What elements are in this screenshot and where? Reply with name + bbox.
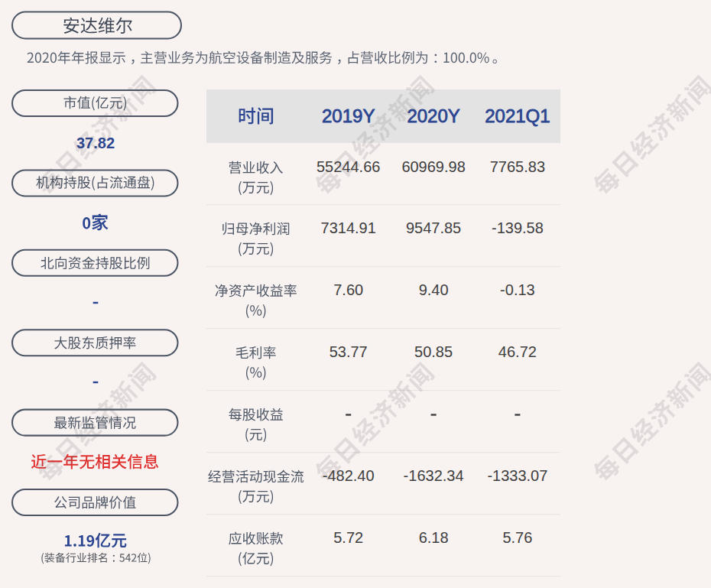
svg-text:46.72: 46.72 bbox=[498, 343, 537, 360]
svg-text:50.85: 50.85 bbox=[414, 343, 453, 360]
svg-text:60969.98: 60969.98 bbox=[401, 158, 465, 175]
svg-text:53.77: 53.77 bbox=[330, 343, 368, 360]
svg-text:-139.58: -139.58 bbox=[492, 219, 544, 236]
svg-text:-1333.07: -1333.07 bbox=[487, 467, 547, 484]
svg-text:2021Q1: 2021Q1 bbox=[485, 106, 550, 126]
svg-text:-0.13: -0.13 bbox=[500, 281, 535, 298]
svg-text:2019Y: 2019Y bbox=[322, 106, 375, 126]
svg-text:-1632.34: -1632.34 bbox=[404, 467, 464, 484]
svg-text:5.76: 5.76 bbox=[502, 529, 532, 546]
svg-text:9.40: 9.40 bbox=[419, 281, 449, 298]
svg-text:7.60: 7.60 bbox=[333, 281, 363, 298]
svg-text:5.72: 5.72 bbox=[333, 529, 363, 546]
svg-text:7314.91: 7314.91 bbox=[321, 219, 376, 236]
svg-text:6.18: 6.18 bbox=[419, 529, 449, 546]
svg-text:9547.85: 9547.85 bbox=[406, 219, 461, 236]
svg-text:7765.83: 7765.83 bbox=[490, 158, 545, 175]
